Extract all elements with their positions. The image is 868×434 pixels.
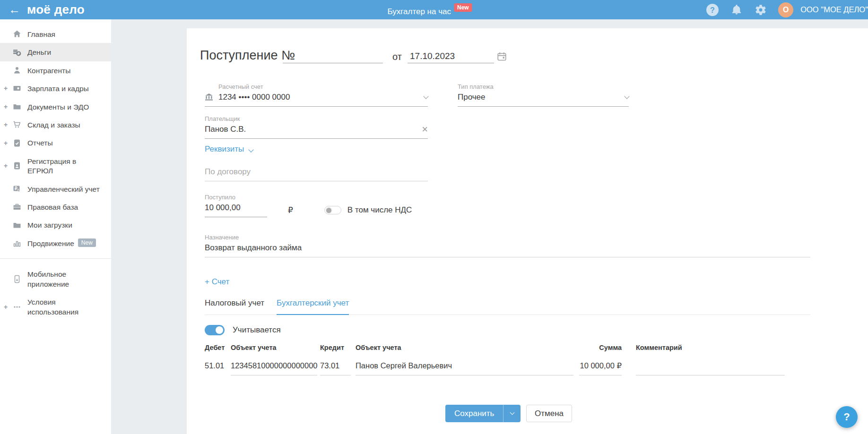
- tab-bar: Налоговый учет Бухгалтерский учет: [205, 298, 810, 315]
- downloads-icon: [13, 221, 21, 230]
- vat-toggle[interactable]: [324, 206, 341, 214]
- help-fab-button[interactable]: ?: [836, 406, 858, 428]
- amount-input[interactable]: 10 000,00: [205, 203, 267, 217]
- user-avatar[interactable]: O: [778, 2, 793, 17]
- calendar-icon[interactable]: [497, 52, 506, 61]
- payment-type-value: Прочее: [458, 93, 625, 102]
- sidebar-item-money[interactable]: ₽ Деньги: [0, 43, 111, 61]
- mobile-icon: [13, 275, 21, 283]
- contractors-icon: [13, 66, 21, 75]
- col-amount: Сумма: [579, 344, 622, 351]
- chevron-down-icon[interactable]: [423, 94, 428, 99]
- sidebar-item-registration[interactable]: + Регистрация в ЕГРЮЛ: [0, 152, 111, 180]
- expand-icon[interactable]: +: [4, 102, 8, 111]
- back-arrow-icon[interactable]: ←: [9, 4, 20, 16]
- sidebar-item-downloads[interactable]: Мои загрузки: [0, 216, 111, 234]
- home-icon: [13, 30, 21, 38]
- expand-icon[interactable]: +: [4, 84, 8, 93]
- sidebar: Главная ₽ Деньги Контрагенты + Зарплата …: [0, 19, 111, 434]
- save-options-button[interactable]: [503, 405, 521, 422]
- tab-tax-accounting[interactable]: Налоговый учет: [205, 298, 264, 315]
- svg-text:₽: ₽: [17, 51, 20, 56]
- payment-type-label: Тип платежа: [458, 83, 629, 90]
- reports-icon: [13, 139, 21, 147]
- add-account-link[interactable]: + Счет: [205, 277, 229, 287]
- receipt-number-input[interactable]: [283, 49, 383, 63]
- expand-icon[interactable]: +: [4, 162, 8, 170]
- payer-value: Панов С.В.: [205, 125, 422, 134]
- topbar-actions: ? O ООО "МОЕ ДЕЛО": [706, 2, 868, 17]
- top-bar: ← моё дело Бухгалтер на час New ? O ООО …: [0, 0, 868, 19]
- receipt-form-card: Поступление № от 17.10.2023 Расчетный сч…: [187, 28, 868, 434]
- promotion-icon: [13, 239, 21, 247]
- credit-input[interactable]: 73.01: [320, 361, 351, 375]
- amount-label: Поступило: [205, 194, 412, 201]
- accounted-toggle[interactable]: [205, 325, 225, 335]
- account-value: 1234 •••• 0000 0000: [218, 93, 424, 102]
- help-icon[interactable]: ?: [706, 3, 719, 17]
- clear-icon[interactable]: ×: [422, 126, 428, 133]
- sidebar-divider: [0, 258, 111, 259]
- sidebar-item-reports[interactable]: + Отчеты: [0, 134, 111, 152]
- management-icon: ₽: [13, 185, 21, 193]
- expand-icon[interactable]: +: [4, 138, 8, 147]
- purpose-value: Возврат выданного займа: [205, 243, 810, 253]
- app-logo[interactable]: моё дело: [27, 2, 85, 17]
- sidebar-item-contractors[interactable]: Контрагенты: [0, 61, 111, 79]
- table-row: 51.01 12345810000000000000 73.01 Панов С…: [205, 361, 791, 375]
- expand-icon[interactable]: +: [4, 302, 8, 311]
- notifications-bell-icon[interactable]: [730, 3, 743, 17]
- sidebar-item-warehouse[interactable]: + Склад и заказы: [0, 116, 111, 134]
- amount-cell-input[interactable]: 10 000,00 ₽: [579, 361, 622, 375]
- credit-object-input[interactable]: Панов Сергей Валерьевич: [356, 361, 573, 375]
- svg-text:?: ?: [710, 6, 715, 14]
- promo-link[interactable]: Бухгалтер на час New: [387, 3, 472, 17]
- contract-field[interactable]: По договору: [205, 167, 428, 181]
- accounted-label: Учитывается: [233, 325, 281, 335]
- page-title: Поступление №: [200, 48, 295, 63]
- sidebar-item-mobile-app[interactable]: Мобильное приложение: [0, 265, 111, 293]
- sidebar-item-terms[interactable]: + Условия использования: [0, 293, 111, 321]
- svg-text:₽: ₽: [15, 186, 17, 191]
- chevron-down-icon: [248, 147, 253, 152]
- account-label: Расчетный счет: [218, 83, 428, 90]
- promo-label: Бухгалтер на час: [387, 7, 451, 17]
- postings-table: Дебет Объект учета Кредит Объект учета С…: [205, 344, 791, 375]
- tab-bookkeeping[interactable]: Бухгалтерский учет: [277, 298, 349, 315]
- accounted-row: Учитывается: [205, 325, 281, 335]
- debit-cell: 51.01: [205, 361, 231, 370]
- requisites-link[interactable]: Реквизиты: [205, 145, 253, 154]
- new-badge: New: [454, 3, 472, 12]
- col-debit-object: Объект учета: [231, 344, 317, 351]
- terms-ellipsis-icon: [13, 303, 21, 311]
- sidebar-item-promotion[interactable]: ПродвижениеNew: [0, 234, 111, 252]
- cancel-button[interactable]: Отмена: [526, 405, 572, 422]
- expand-icon[interactable]: +: [4, 120, 8, 129]
- chevron-down-icon[interactable]: [624, 94, 629, 99]
- sidebar-item-documents[interactable]: + Документы и ЭДО: [0, 98, 111, 116]
- payer-field[interactable]: Плательщик Панов С.В. ×: [205, 115, 428, 139]
- date-input[interactable]: 17.10.2023: [408, 49, 494, 63]
- col-credit-object: Объект учета: [356, 344, 573, 351]
- settings-gear-icon[interactable]: [754, 3, 767, 17]
- sidebar-item-management[interactable]: ₽ Управленческий учет: [0, 180, 111, 198]
- payment-type-field[interactable]: Тип платежа Прочее: [458, 83, 629, 107]
- comment-input[interactable]: [636, 361, 785, 375]
- debit-object-input[interactable]: 12345810000000000000: [231, 361, 317, 375]
- purpose-field[interactable]: Назначение Возврат выданного займа: [205, 234, 810, 257]
- save-button[interactable]: Сохранить: [445, 409, 503, 418]
- company-name[interactable]: ООО "МОЕ ДЕЛО": [800, 5, 868, 14]
- content-area: Поступление № от 17.10.2023 Расчетный сч…: [111, 19, 868, 434]
- sidebar-item-home[interactable]: Главная: [0, 25, 111, 43]
- sidebar-item-salary[interactable]: + Зарплата и кадры: [0, 79, 111, 97]
- account-field[interactable]: Расчетный счет 1234 •••• 0000 0000: [205, 83, 428, 107]
- payer-label: Плательщик: [205, 115, 428, 122]
- sidebar-item-legal[interactable]: Правовая база: [0, 198, 111, 216]
- contract-placeholder: По договору: [205, 167, 428, 177]
- currency-symbol: ₽: [288, 205, 293, 215]
- date-prefix: от: [392, 51, 402, 62]
- legal-icon: [13, 203, 21, 211]
- new-badge: New: [78, 238, 96, 247]
- warehouse-icon: [13, 120, 21, 129]
- money-icon: ₽: [13, 48, 21, 57]
